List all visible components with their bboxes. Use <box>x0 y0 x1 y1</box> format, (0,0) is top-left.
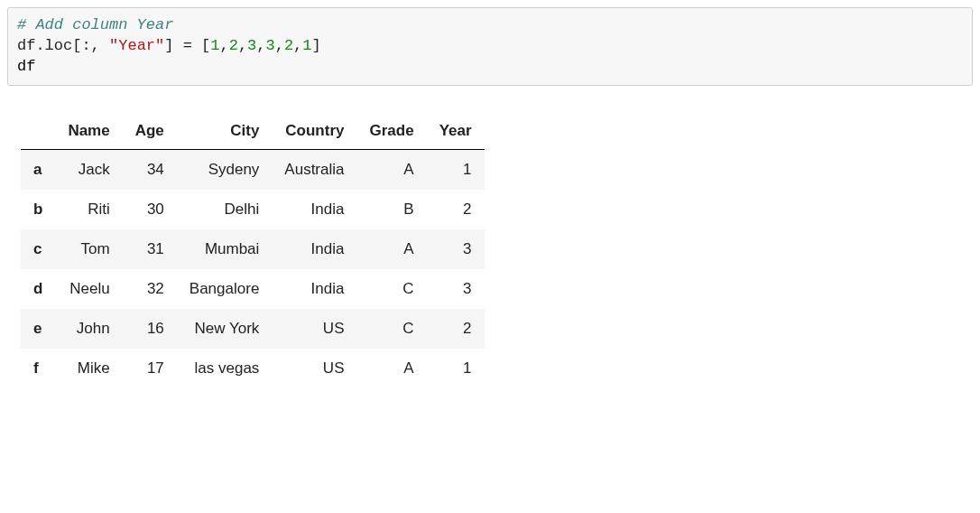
index-label: d <box>21 269 55 309</box>
cell: A <box>356 349 426 388</box>
cell: C <box>356 269 426 309</box>
code-comment: # Add column Year <box>17 16 173 33</box>
cell: Riti <box>55 190 122 229</box>
cell: New York <box>177 309 273 349</box>
output-area: Name Age City Country Grade Year a Jack … <box>7 113 973 388</box>
cell: 2 <box>427 309 485 349</box>
cell: las vegas <box>177 349 273 388</box>
cell: A <box>356 229 426 269</box>
cell: Delhi <box>177 190 273 229</box>
cell: C <box>356 309 426 349</box>
cell: 3 <box>427 269 485 309</box>
cell: John <box>55 309 122 349</box>
table-row: e John 16 New York US C 2 <box>21 309 485 349</box>
cell: A <box>356 149 426 190</box>
cell: 34 <box>123 149 177 190</box>
cell: 3 <box>427 229 485 269</box>
cell: B <box>356 190 426 229</box>
cell: Mumbai <box>177 229 273 269</box>
column-header: Year <box>427 113 485 150</box>
table-row: d Neelu 32 Bangalore India C 3 <box>21 269 485 309</box>
cell: 16 <box>123 309 177 349</box>
cell: Australia <box>272 149 356 190</box>
cell: Tom <box>55 229 122 269</box>
cell: US <box>272 309 356 349</box>
cell: India <box>272 229 356 269</box>
cell: Bangalore <box>177 269 273 309</box>
cell: US <box>272 349 356 388</box>
cell: 31 <box>123 229 177 269</box>
column-header: Grade <box>356 113 426 150</box>
index-label: e <box>21 309 55 349</box>
table-row: b Riti 30 Delhi India B 2 <box>21 190 485 229</box>
dataframe-table: Name Age City Country Grade Year a Jack … <box>21 113 485 388</box>
cell: 2 <box>427 190 485 229</box>
cell: 30 <box>123 190 177 229</box>
table-row: f Mike 17 las vegas US A 1 <box>21 349 485 388</box>
index-corner <box>21 113 55 150</box>
index-label: a <box>21 149 55 190</box>
index-label: c <box>21 229 55 269</box>
cell: 17 <box>123 349 177 388</box>
cell: 1 <box>427 349 485 388</box>
table-row: c Tom 31 Mumbai India A 3 <box>21 229 485 269</box>
column-header: Name <box>55 113 122 150</box>
table-row: a Jack 34 Sydeny Australia A 1 <box>21 149 485 190</box>
column-header: Country <box>272 113 356 150</box>
index-label: f <box>21 349 55 388</box>
code-cell[interactable]: # Add column Year df.loc[:, "Year"] = [1… <box>7 7 973 86</box>
cell: Sydeny <box>177 149 273 190</box>
code-line-3: df <box>17 58 35 75</box>
cell: 1 <box>427 149 485 190</box>
column-header: Age <box>123 113 177 150</box>
cell: Neelu <box>55 269 122 309</box>
column-header: City <box>177 113 273 150</box>
code-line-2: df.loc[:, "Year"] = [1,2,3,3,2,1] <box>17 37 321 54</box>
cell: Jack <box>55 149 122 190</box>
cell: 32 <box>123 269 177 309</box>
cell: India <box>272 190 356 229</box>
index-label: b <box>21 190 55 229</box>
cell: Mike <box>55 349 122 388</box>
table-header-row: Name Age City Country Grade Year <box>21 113 485 150</box>
cell: India <box>272 269 356 309</box>
